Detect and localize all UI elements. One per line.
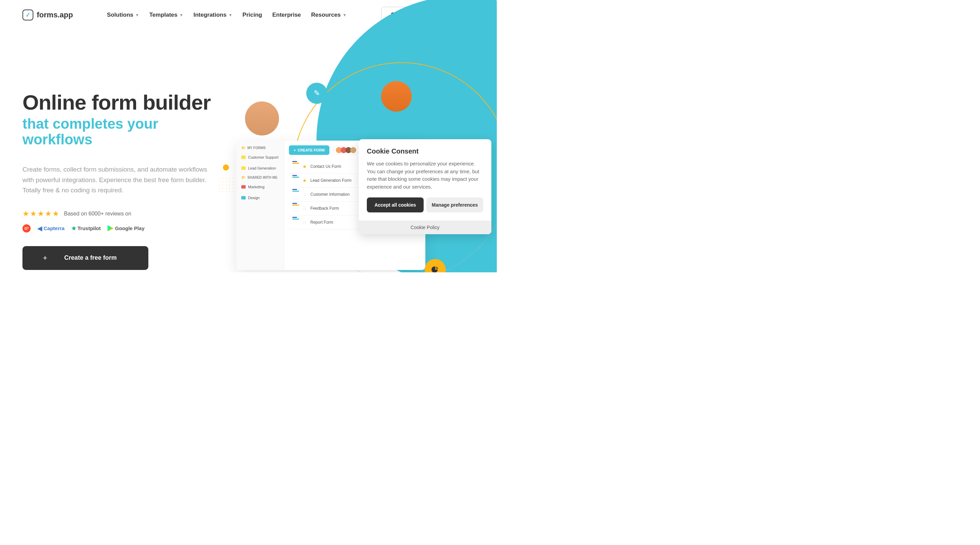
star-icon: ★ xyxy=(302,178,307,183)
stars: ★ ★ ★ ★ ★ xyxy=(22,209,59,218)
sidebar-item[interactable]: Design xyxy=(237,192,284,203)
cookie-title: Cookie Consent xyxy=(367,147,483,155)
nav-enterprise[interactable]: Enterprise xyxy=(272,11,301,18)
avatar xyxy=(245,102,279,135)
chevron-down-icon: ▼ xyxy=(180,13,183,17)
pencil-icon: ✎ xyxy=(306,83,327,104)
chevron-down-icon: ▼ xyxy=(343,13,347,17)
nav-solutions[interactable]: Solutions▼ xyxy=(107,11,139,18)
accept-cookies-button[interactable]: Accept all cookies xyxy=(367,198,424,212)
chevron-down-icon: ▼ xyxy=(135,13,139,17)
googleplay-logo[interactable]: Google Play xyxy=(108,225,145,231)
manage-preferences-button[interactable]: Manage preferences xyxy=(426,198,483,212)
nav-templates[interactable]: Templates▼ xyxy=(150,11,183,18)
star-icon: ★ xyxy=(37,209,44,218)
logo-icon: ✓ xyxy=(22,10,33,21)
trustpilot-logo[interactable]: ★Trustpilot xyxy=(72,225,101,231)
collaborators[interactable] xyxy=(333,146,360,155)
star-icon: ★ xyxy=(302,164,307,169)
sidebar-item[interactable]: Lead Generation xyxy=(237,163,284,174)
create-form-button[interactable]: +CREATE FORM xyxy=(289,145,329,155)
rating: ★ ★ ★ ★ ★ Based on 6000+ reviews on xyxy=(22,209,220,218)
avatar xyxy=(381,81,412,112)
sidebar-item[interactable]: Customer Support xyxy=(237,152,284,163)
nav-resources[interactable]: Resources▼ xyxy=(311,11,347,18)
mock-sidebar: 📁MY FORMS Customer Support Lead Generati… xyxy=(237,140,284,270)
cookie-text: We use cookies to personalize your exper… xyxy=(367,160,483,191)
hero-title: Online form builder xyxy=(22,91,220,113)
dots-decoration xyxy=(218,176,235,193)
star-icon: ☆ xyxy=(302,192,307,197)
star-icon: ★ xyxy=(52,209,59,218)
star-icon: ★ xyxy=(45,209,52,218)
hero-content: Online form builder that completes your … xyxy=(22,57,220,272)
nav: Solutions▼ Templates▼ Integrations▼ Pric… xyxy=(107,11,347,18)
plus-icon: + xyxy=(43,253,47,263)
chevron-down-icon: ▼ xyxy=(229,13,232,17)
sidebar-header: 📁MY FORMS xyxy=(237,144,284,152)
star-icon: ★ xyxy=(22,209,29,218)
logo[interactable]: ✓ forms.app xyxy=(22,10,73,21)
review-logos: G² ◀Capterra ★Trustpilot Google Play xyxy=(22,224,220,233)
capterra-logo[interactable]: ◀Capterra xyxy=(37,225,65,232)
logo-text: forms.app xyxy=(37,11,73,19)
g2-logo[interactable]: G² xyxy=(22,224,30,233)
sidebar-header: 📁SHARED WITH ME xyxy=(237,174,284,182)
rating-text: Based on 6000+ reviews on xyxy=(64,211,131,217)
sidebar-item[interactable]: Marketing xyxy=(237,182,284,192)
dot-decoration xyxy=(223,164,229,171)
star-icon: ☆ xyxy=(302,206,307,211)
cookie-consent-dialog: Cookie Consent We use cookies to persona… xyxy=(359,139,492,234)
hero-subtitle: that completes your workflows xyxy=(22,116,220,147)
cookie-policy-link[interactable]: Cookie Policy xyxy=(359,221,492,234)
nav-pricing[interactable]: Pricing xyxy=(243,11,262,18)
nav-integrations[interactable]: Integrations▼ xyxy=(193,11,232,18)
hero-description: Create forms, collect form submissions, … xyxy=(22,164,213,195)
star-icon: ★ xyxy=(30,209,37,218)
create-form-cta[interactable]: + Create a free form xyxy=(22,246,148,270)
star-icon: ☆ xyxy=(302,220,307,225)
